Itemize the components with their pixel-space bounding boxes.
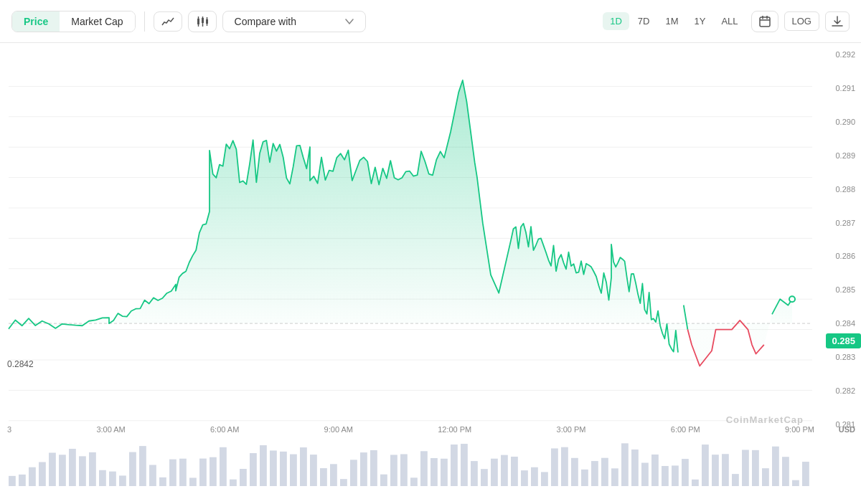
x-tick: 6:00 AM: [210, 425, 239, 434]
y-tick: 0.288: [820, 185, 855, 194]
y-tick: 0.283: [820, 353, 855, 361]
toolbar: Price Market Cap Compare with 1D 7D 1: [0, 0, 861, 43]
chart-area: 0.292 0.291 0.290 0.289 0.288 0.287 0.28…: [0, 43, 861, 504]
y-tick: 0.282: [820, 386, 855, 395]
y-tick: 0.285: [820, 285, 855, 294]
price-marketcap-toggle: Price Market Cap: [11, 11, 136, 32]
svg-rect-9: [760, 17, 770, 27]
current-price-badge: 0.285: [826, 333, 861, 348]
open-price-label: 0.2842: [7, 359, 34, 369]
chevron-down-icon: [345, 19, 354, 24]
time-all-button[interactable]: ALL: [714, 12, 745, 30]
watermark: CoinMarketCap: [726, 414, 804, 425]
time-1m-button[interactable]: 1M: [658, 12, 685, 30]
y-tick: 0.284: [820, 319, 855, 328]
y-tick: 0.287: [820, 219, 855, 227]
compare-with-label: Compare with: [235, 16, 296, 27]
line-chart-button[interactable]: [154, 11, 182, 32]
x-tick: 12:00 PM: [438, 425, 471, 434]
market-cap-button[interactable]: Market Cap: [60, 11, 134, 32]
x-tick: 9:00 AM: [324, 425, 353, 434]
x-tick: 3:00 AM: [96, 425, 125, 434]
x-tick: 3: [7, 425, 11, 434]
time-1y-button[interactable]: 1Y: [687, 12, 712, 30]
divider-1: [144, 11, 145, 32]
line-icon: [161, 16, 174, 27]
calendar-button[interactable]: [751, 11, 778, 32]
download-icon: [832, 16, 843, 27]
candlestick-icon: [196, 16, 209, 27]
x-axis: 3 3:00 AM 6:00 AM 9:00 AM 12:00 PM 3:00 …: [7, 425, 814, 434]
x-tick: 3:00 PM: [557, 425, 586, 434]
y-tick: 0.286: [820, 252, 855, 260]
svg-rect-3: [202, 18, 204, 23]
compare-with-dropdown[interactable]: Compare with: [222, 11, 366, 32]
x-tick: 9:00 PM: [785, 425, 814, 434]
time-7d-button[interactable]: 7D: [631, 12, 657, 30]
y-tick: 0.292: [820, 50, 855, 59]
y-tick: 0.290: [820, 118, 855, 126]
y-tick: 0.289: [820, 151, 855, 160]
download-button[interactable]: [825, 11, 850, 32]
price-chart[interactable]: [0, 43, 861, 504]
log-button[interactable]: LOG: [784, 11, 819, 31]
y-tick: 0.291: [820, 84, 855, 92]
usd-label: USD: [839, 425, 855, 434]
calendar-icon: [759, 16, 771, 27]
candlestick-button[interactable]: [188, 11, 217, 32]
svg-rect-0: [197, 19, 199, 24]
x-tick: 6:00 PM: [671, 425, 700, 434]
time-1d-button[interactable]: 1D: [603, 12, 629, 30]
y-axis: 0.292 0.291 0.290 0.289 0.288 0.287 0.28…: [814, 43, 861, 436]
svg-rect-6: [206, 19, 208, 24]
time-period-group: 1D 7D 1M 1Y ALL: [603, 12, 745, 30]
price-button[interactable]: Price: [12, 11, 60, 32]
